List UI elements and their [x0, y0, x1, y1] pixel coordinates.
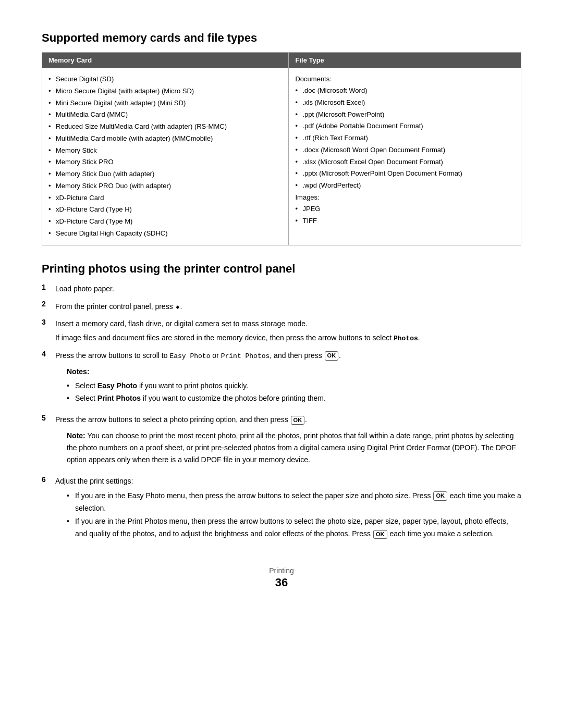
step-6-bullet-1: If you are in the Easy Photo menu, then … [67, 489, 521, 515]
notes-label: Notes: [67, 366, 521, 377]
step-6-number: 6 [42, 475, 53, 484]
memory-card-item: Memory Stick [48, 145, 282, 157]
step-5: 5 Press the arrow buttons to select a ph… [42, 414, 521, 470]
memory-cards-column: Secure Digital (SD)Micro Secure Digital … [42, 68, 289, 245]
image-type-item: JPEG [295, 203, 515, 215]
step-2-content: From the printer control panel, press ⬥. [55, 300, 521, 313]
memory-card-item: MultiMedia Card (MMC) [48, 109, 282, 121]
memory-card-item: xD-Picture Card (Type M) [48, 216, 282, 228]
memory-card-item: Reduced Size MultiMedia Card (with adapt… [48, 121, 282, 133]
document-type-item: .pptx (Microsoft PowerPoint Open Documen… [295, 168, 515, 180]
image-type-item: TIFF [295, 215, 515, 227]
step-4-notes: Notes: Select Easy Photo if you want to … [67, 366, 521, 404]
memory-card-item: MultiMedia Card mobile (with adapter) (M… [48, 133, 282, 145]
step-6-bullets: If you are in the Easy Photo menu, then … [67, 489, 521, 540]
table-header-memory-card: Memory Card [42, 53, 289, 68]
note-item: Select Print Photos if you want to custo… [67, 392, 521, 405]
document-type-item: .xlsx (Microsoft Excel Open Document For… [295, 156, 515, 168]
step-3: 3 Insert a memory card, flash drive, or … [42, 318, 521, 344]
step-6-content: Adjust the print settings: If you are in… [55, 475, 521, 540]
memory-card-item: Secure Digital High Capacity (SDHC) [48, 228, 282, 240]
step-2-number: 2 [42, 300, 53, 308]
file-types-column: Documents: .doc (Microsoft Word).xls (Mi… [289, 68, 521, 245]
document-type-item: .xls (Microsoft Excel) [295, 97, 515, 109]
step-4-number: 4 [42, 350, 53, 358]
document-type-item: .pdf (Adobe Portable Document Format) [295, 120, 515, 132]
memory-card-item: Memory Stick Duo (with adapter) [48, 168, 282, 180]
step-3-sub: If image files and document files are st… [55, 332, 521, 344]
document-type-item: .ppt (Microsoft PowerPoint) [295, 109, 515, 121]
memory-cards-table: Memory Card File Type Secure Digital (SD… [42, 52, 521, 245]
images-label: Images: [295, 193, 319, 201]
note-item: Select Easy Photo if you want to print p… [67, 380, 521, 392]
document-type-item: .doc (Microsoft Word) [295, 85, 515, 97]
document-type-item: .docx (Microsoft Word Open Document Form… [295, 144, 515, 156]
step-2: 2 From the printer control panel, press … [42, 300, 521, 313]
memory-card-item: Mini Secure Digital (with adapter) (Mini… [48, 97, 282, 109]
memory-card-item: Memory Stick PRO [48, 156, 282, 168]
footer-page-number: 36 [42, 576, 521, 589]
memory-card-item: xD-Picture Card [48, 192, 282, 204]
section1-title: Supported memory cards and file types [42, 31, 521, 45]
memory-card-item: Secure Digital (SD) [48, 73, 282, 85]
footer: Printing 36 [42, 566, 521, 589]
step-4-content: Press the arrow buttons to scroll to Eas… [55, 350, 521, 409]
step-3-content: Insert a memory card, flash drive, or di… [55, 318, 521, 344]
step-1-number: 1 [42, 283, 53, 291]
step-3-number: 3 [42, 318, 53, 326]
step-5-note: Note: You can choose to print the most r… [67, 430, 521, 466]
memory-card-item: xD-Picture Card (Type H) [48, 204, 282, 216]
memory-card-item: Memory Stick PRO Duo (with adapter) [48, 180, 282, 192]
step-1: 1 Load photo paper. [42, 283, 521, 294]
step-1-content: Load photo paper. [55, 283, 521, 294]
step-6-bullet-2: If you are in the Print Photos menu, the… [67, 515, 521, 540]
section2-title: Printing photos using the printer contro… [42, 262, 521, 276]
document-type-item: .wpd (WordPerfect) [295, 180, 515, 192]
step-4: 4 Press the arrow buttons to scroll to E… [42, 350, 521, 409]
document-type-item: .rtf (Rich Text Format) [295, 132, 515, 144]
steps-section: 1 Load photo paper. 2 From the printer c… [42, 283, 521, 540]
documents-label: Documents: [295, 75, 331, 83]
memory-card-item: Micro Secure Digital (with adapter) (Mic… [48, 85, 282, 97]
step-6: 6 Adjust the print settings: If you are … [42, 475, 521, 540]
footer-section-label: Printing [42, 566, 521, 575]
table-header-file-type: File Type [289, 53, 521, 68]
step-5-content: Press the arrow buttons to select a phot… [55, 414, 521, 470]
step-5-number: 5 [42, 414, 53, 422]
